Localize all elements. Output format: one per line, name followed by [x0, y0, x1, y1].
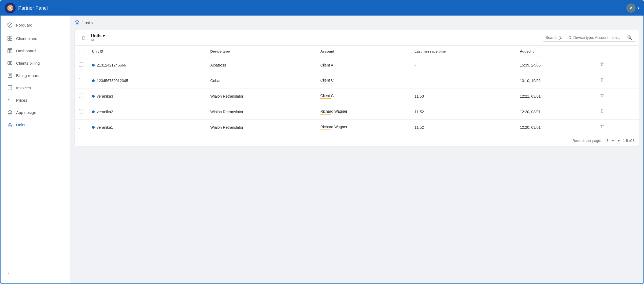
sidebar-item-dashboard[interactable]: Dashboard	[1, 45, 70, 57]
search-input[interactable]	[546, 35, 626, 40]
row-last-message-time: 11:52	[410, 120, 516, 135]
col-unit-id: Unit ID	[88, 46, 206, 57]
row-checkbox-cell	[75, 88, 88, 104]
dashboard-label: Dashboard	[16, 49, 36, 53]
svg-rect-7	[8, 36, 10, 38]
table-row: 123456789012345 Coban Client C - 13:10, …	[75, 73, 639, 88]
svg-point-27	[10, 112, 11, 113]
row-checkbox[interactable]	[79, 94, 83, 98]
account-bar	[320, 130, 331, 130]
header-right: V ▾	[626, 3, 639, 13]
sidebar-item-client-plans[interactable]: Client plans	[1, 32, 70, 45]
row-delete-cell	[594, 73, 639, 88]
row-checkbox[interactable]	[79, 62, 83, 67]
sidebar-item-billing-reports[interactable]: Billing reports	[1, 69, 70, 82]
row-checkbox-cell	[75, 120, 88, 135]
row-checkbox[interactable]	[79, 78, 83, 82]
status-dot	[92, 110, 95, 113]
unit-id-value: 21312421245666	[97, 63, 126, 67]
row-last-message-time: -	[410, 57, 516, 73]
breadcrumb-current: units	[85, 21, 93, 25]
sidebar: Forguard Client plans	[1, 16, 70, 283]
col-last-message-time: Last message time	[410, 46, 516, 57]
row-last-message-time: -	[410, 73, 516, 88]
row-delete-cell	[594, 104, 639, 120]
table-footer: Records per page: 5102550 ▾ 1-5 of 5	[75, 135, 639, 146]
row-delete-button[interactable]	[598, 108, 606, 116]
sidebar-item-invoices[interactable]: Invoices	[1, 82, 70, 94]
row-added: 12:20, 03/01	[516, 120, 594, 135]
sidebar-item-prices[interactable]: $ Prices	[1, 94, 70, 106]
app-header: Partner Panel V ▾	[1, 1, 643, 16]
col-actions	[594, 46, 639, 57]
client-plans-icon	[7, 35, 13, 41]
row-added: 12:21, 03/01	[516, 88, 594, 104]
row-delete-button[interactable]	[598, 61, 606, 69]
svg-rect-10	[10, 39, 12, 40]
collapse-icon: ←	[7, 270, 12, 276]
row-account: Richard Wagner	[316, 104, 410, 120]
billing-reports-label: Billing reports	[16, 73, 40, 78]
row-account: Client C	[316, 73, 410, 88]
client-plans-label: Client plans	[16, 36, 37, 41]
row-added: 13:10, 19/02	[516, 73, 594, 88]
clients-billing-label: Clients billing	[16, 61, 40, 65]
avatar-dropdown-icon[interactable]: ▾	[638, 6, 639, 10]
billing-reports-icon	[7, 72, 13, 78]
units-title: Units ▾	[91, 33, 105, 38]
invoices-label: Invoices	[16, 86, 31, 90]
app-title: Partner Panel	[18, 5, 48, 11]
forguard-label: Forguard	[16, 23, 32, 27]
row-delete-button[interactable]	[598, 92, 606, 100]
select-all-checkbox[interactable]	[79, 49, 83, 53]
bulk-delete-button[interactable]	[79, 34, 88, 42]
row-account: Client A	[316, 57, 410, 73]
row-checkbox[interactable]	[79, 125, 83, 129]
table-controls: Units ▾ All 🔍	[75, 30, 639, 46]
row-device-type: Wialon Retranslator	[206, 104, 316, 120]
row-unit-id: veranika2	[88, 104, 206, 120]
svg-rect-9	[8, 39, 10, 40]
sidebar-item-clients-billing[interactable]: Clients billing	[1, 57, 70, 69]
units-subtitle: All	[91, 38, 105, 42]
app-logo-icon	[5, 3, 16, 13]
user-avatar[interactable]: V	[626, 3, 635, 13]
sidebar-collapse-button[interactable]: ←	[1, 267, 70, 279]
svg-point-16	[9, 62, 11, 64]
row-checkbox-cell	[75, 73, 88, 88]
per-page-select[interactable]: 5102550	[605, 138, 615, 143]
row-delete-cell	[594, 88, 639, 104]
clients-billing-icon	[7, 60, 13, 66]
status-dot	[92, 95, 95, 98]
pagination-chevron-icon: ▾	[618, 139, 620, 143]
row-checkbox[interactable]	[79, 109, 83, 113]
main-content: / units Units	[70, 16, 643, 283]
table-row: 21312421245666 Albatross Client A - 15:3…	[75, 57, 639, 73]
row-unit-id: 21312421245666	[88, 57, 206, 73]
col-account: Account	[316, 46, 410, 57]
table-controls-right: 🔍	[543, 34, 635, 42]
unit-id-value: veranika1	[97, 125, 113, 130]
breadcrumb-separator: /	[82, 21, 83, 25]
row-account: Richard Wagner	[316, 120, 410, 135]
row-unit-id: veranika3	[88, 88, 206, 104]
svg-rect-8	[10, 36, 12, 38]
row-unit-id: 123456789012345	[88, 73, 206, 88]
table-row: veranika1 Wialon Retranslator Richard Wa…	[75, 120, 639, 135]
col-added: Added ↓	[516, 46, 594, 57]
breadcrumb-home-icon[interactable]	[75, 20, 79, 25]
svg-point-30	[11, 126, 11, 126]
status-dot	[92, 126, 95, 129]
sidebar-item-units[interactable]: Units	[1, 119, 70, 131]
sidebar-top-item[interactable]: Forguard	[1, 20, 70, 32]
invoices-icon	[7, 85, 13, 91]
sidebar-item-app-design[interactable]: App design	[1, 106, 70, 119]
units-dropdown[interactable]: Units ▾ All	[91, 33, 105, 42]
svg-rect-12	[10, 49, 12, 50]
row-delete-button[interactable]	[598, 123, 606, 131]
table-row: veranika3 Wialon Retranslator Client C 1…	[75, 88, 639, 104]
row-delete-button[interactable]	[598, 77, 606, 84]
records-per-page-label: Records per page:	[572, 139, 601, 143]
status-dot	[92, 79, 95, 82]
svg-point-26	[9, 112, 10, 113]
